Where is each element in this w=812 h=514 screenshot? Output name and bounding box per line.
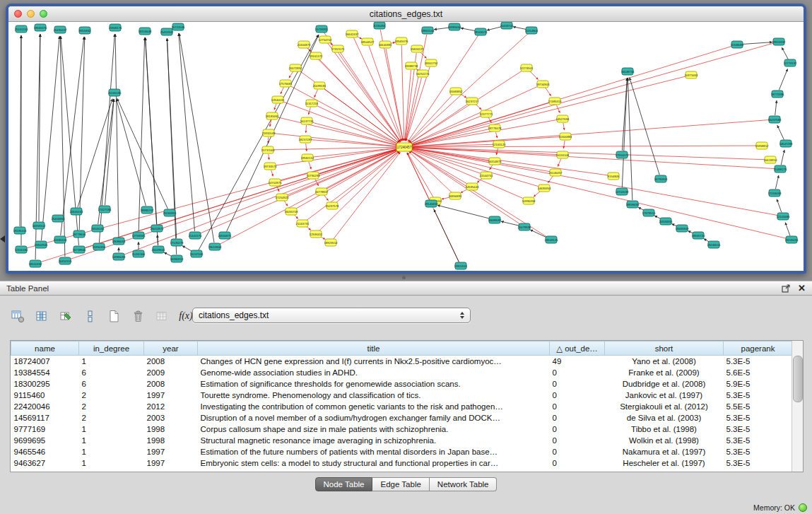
graph-node[interactable]: 12759365 [132,232,146,239]
graph-node[interactable]: 14702873 [269,179,282,186]
graph-node[interactable]: 18839059 [626,201,640,208]
table-cell[interactable]: 2008 [144,378,198,390]
table-cell[interactable]: Tibbo et al. (1998) [605,424,724,435]
table-cell[interactable]: 5.6E-5 [724,367,793,378]
window-title-bar[interactable]: citations_edges.txt [8,6,804,22]
graph-node[interactable]: 11317216 [305,100,319,107]
graph-node[interactable]: 16437583 [768,116,782,123]
graph-node[interactable]: 17576681 [279,80,293,87]
graph-node[interactable]: 18985707 [141,206,154,214]
graph-node[interactable]: 15902945 [35,241,48,248]
graph-node[interactable]: 18923514 [324,239,338,246]
table-cell[interactable]: 1997 [144,390,198,401]
graph-node[interactable]: 14527694 [556,115,570,122]
graph-node[interactable]: 16116108 [556,151,570,158]
graph-node[interactable]: 17357071 [331,45,345,52]
graph-node[interactable]: 19565376 [395,37,408,45]
graph-node[interactable]: 16959102 [33,222,46,229]
table-cell[interactable]: 18300295 [11,378,79,390]
zoom-window-button[interactable] [40,10,47,18]
show-columns-button[interactable] [33,307,51,325]
graph-node[interactable]: 14595443 [466,183,479,190]
table-cell[interactable]: 5.3E-5 [724,356,793,368]
graph-node[interactable]: 11548085 [731,41,744,48]
table-cell[interactable]: 1997 [144,457,198,469]
graph-node[interactable]: 15297578 [326,202,339,209]
table-cell[interactable]: 0 [550,390,605,401]
table-row[interactable]: 1456911722003Disruption of a novel membe… [11,412,793,424]
graph-node[interactable]: 20722046 [172,23,185,30]
table-cell[interactable]: 9699695 [11,435,79,446]
table-cell[interactable]: 2003 [144,412,198,424]
graph-node[interactable]: 19388738 [405,62,418,69]
graph-node[interactable]: 16252274 [416,70,430,77]
table-cell[interactable]: 2008 [144,356,198,368]
graph-node[interactable]: 19245053 [785,236,799,243]
minimize-window-button[interactable] [27,10,35,18]
graph-node[interactable]: 9915832 [79,27,91,34]
graph-node[interactable]: 17485313 [548,98,562,105]
table-cell[interactable]: Changes of HCN gene expression and I(f) … [198,356,550,368]
graph-node[interactable]: 15739311 [315,25,329,33]
table-cell[interactable]: Embryonic stem cells: a model to study s… [198,457,550,469]
graph-node[interactable]: 12377771 [480,110,493,117]
table-cell[interactable]: 5.3E-5 [724,457,793,469]
graph-node[interactable]: 21441570 [189,232,202,239]
graph-node[interactable]: 16790903 [654,175,668,182]
column-header-pagerank[interactable]: pagerank [724,341,793,356]
graph-node[interactable]: 20926833 [659,218,673,225]
graph-node[interactable]: 20585324 [54,236,67,243]
graph-node[interactable]: 16689087 [488,216,502,223]
graph-node[interactable]: 12754702 [319,36,332,43]
table-cell[interactable]: Tourette syndrome. Phenomenology and cla… [198,390,550,401]
table-cell[interactable]: 0 [550,446,605,457]
graph-node[interactable]: 18945720 [692,232,705,239]
table-cell[interactable]: 9777169 [11,424,79,435]
graph-node[interactable]: 21832049 [262,129,276,136]
graph-node[interactable]: 15950351 [93,243,106,250]
graph-node[interactable]: 16237217 [466,98,479,105]
graph-node[interactable]: 19195103 [13,227,27,234]
table-cell[interactable]: 49 [550,356,605,368]
table-cell[interactable]: 0 [550,367,605,378]
graph-node[interactable]: 11431300 [132,250,146,257]
table-cell[interactable]: Genome-wide association studies in ADHD. [198,367,550,378]
graph-node[interactable]: 18544527 [361,38,375,45]
table-cell[interactable]: 6 [79,367,144,378]
table-cell[interactable]: Disruption of a novel member of a sodium… [198,412,550,424]
graph-node[interactable]: 19734903 [536,81,550,88]
table-cell[interactable]: Nakamura et al. (1997) [605,446,724,457]
graph-node[interactable]: 12773197 [784,59,797,66]
column-header-title[interactable]: title [198,341,550,356]
table-cell[interactable]: 5.3E-5 [724,435,793,446]
graph-node[interactable]: 12840031 [271,96,285,103]
graph-node[interactable]: 24509125 [545,236,558,243]
table-cell[interactable]: 1 [79,424,144,435]
table-row[interactable]: 1938455462009Genome-wide association stu… [11,367,793,378]
row-tools-button[interactable] [81,307,99,325]
table-cell[interactable]: 0 [550,435,605,446]
graph-node[interactable]: 19733573 [264,163,277,170]
table-cell[interactable]: 5.5E-5 [724,401,793,412]
table-cell[interactable]: 0 [550,378,605,390]
graph-node[interactable]: 10790293 [307,172,320,179]
table-cell[interactable]: 9115460 [11,390,79,401]
graph-node[interactable]: 19143457 [425,200,438,207]
table-cell[interactable]: 2 [79,390,144,401]
graph-node[interactable]: 10996358 [522,197,536,204]
table-row[interactable]: 946554611997Estimation of the future num… [11,446,793,457]
table-cell[interactable]: Franke et al. (2009) [605,367,724,378]
graph-node[interactable]: 12116180 [15,246,28,253]
graph-node[interactable]: 16640981 [379,41,392,48]
import-table-button[interactable] [57,307,75,325]
table-cell[interactable]: 1 [79,356,144,368]
graph-node[interactable]: 11154804 [525,27,539,34]
table-cell[interactable]: 2009 [144,367,198,378]
graph-node[interactable]: 20605163 [70,208,83,215]
table-cell[interactable]: 9465546 [11,446,79,457]
graph-node[interactable]: 25451942 [160,28,174,35]
graph-node[interactable]: 17427184 [98,206,112,213]
graph-node[interactable]: 12536411 [310,230,323,238]
table-cell[interactable]: 0 [550,457,605,469]
table-cell[interactable]: Yano et al. (2008) [605,356,724,368]
